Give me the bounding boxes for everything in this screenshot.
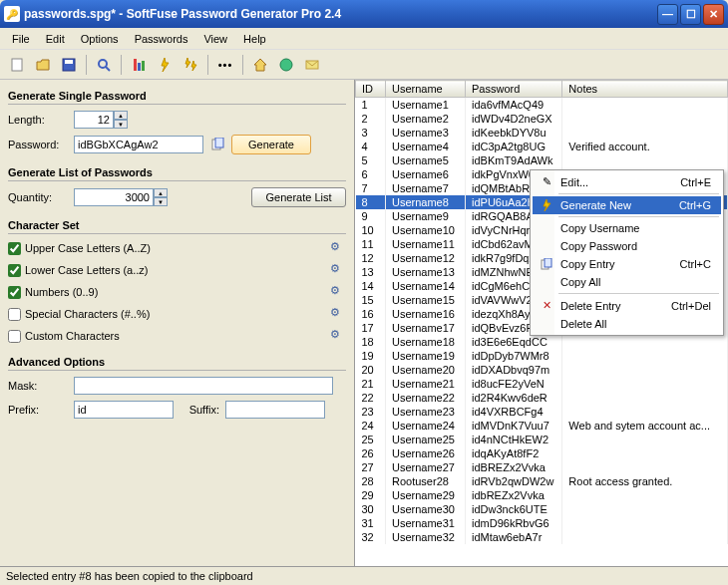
menu-file[interactable]: File	[4, 31, 38, 47]
svg-rect-11	[215, 138, 223, 147]
gear-icon[interactable]: ⚙	[330, 306, 346, 322]
table-row[interactable]: 20Username20idDXADbvq97m	[356, 363, 728, 377]
cm-copy-password[interactable]: Copy Password	[533, 237, 721, 255]
table-row[interactable]: 28Rootuser28idRVb2qwDW2wRoot access gran…	[356, 474, 728, 488]
svg-rect-2	[65, 60, 73, 64]
table-row[interactable]: 26Username26idqAKyAt8fF2	[356, 446, 728, 460]
generate-button[interactable]: Generate	[231, 135, 311, 154]
menu-options[interactable]: Options	[73, 31, 127, 47]
minimize-button[interactable]: —	[657, 4, 678, 25]
numbers-checkbox[interactable]	[8, 286, 21, 299]
svg-rect-6	[138, 63, 141, 71]
table-row[interactable]: 3Username3idKeebkDYV8u	[356, 126, 728, 140]
table-row[interactable]: 30Username30idDw3nck6UTE	[356, 502, 728, 516]
length-down[interactable]: ▼	[114, 120, 128, 129]
svg-rect-5	[134, 59, 137, 71]
length-up[interactable]: ▲	[114, 111, 128, 120]
column-password[interactable]: Password	[466, 81, 562, 98]
new-icon[interactable]	[6, 54, 28, 76]
cm-delete-all[interactable]: Delete All	[533, 315, 721, 333]
gear-icon[interactable]: ⚙	[330, 328, 346, 344]
table-row[interactable]: 25Username25id4nNCtHkEW2	[356, 433, 728, 446]
generate-one-icon[interactable]	[154, 54, 176, 76]
table-row[interactable]: 27Username27idBREZx2Vvka	[356, 460, 728, 474]
cm-edit[interactable]: ✎ Edit... Ctrl+E	[533, 172, 721, 191]
mask-input[interactable]	[74, 377, 333, 395]
custom-label: Custom Characters	[25, 330, 120, 342]
mask-label: Mask:	[8, 380, 68, 392]
qty-up[interactable]: ▲	[154, 188, 168, 197]
titlebar: 🔑 passwords.spg* - SoftFuse Password Gen…	[0, 0, 728, 28]
special-checkbox[interactable]	[8, 308, 21, 321]
prefix-label: Prefix:	[8, 404, 68, 416]
quantity-label: Quantity:	[8, 191, 68, 203]
prefix-input[interactable]	[74, 401, 174, 419]
lower-label: Lower Case Letters (a..z)	[25, 264, 149, 276]
edit-icon: ✎	[537, 175, 556, 188]
gear-icon[interactable]: ⚙	[330, 240, 346, 256]
copy-icon[interactable]	[209, 137, 225, 152]
gear-icon[interactable]: ⚙	[330, 284, 346, 300]
table-row[interactable]: 4Username4idC3pA2tg8UGVerified account.	[356, 140, 728, 153]
table-row[interactable]: 2Username2idWDv4D2neGX	[356, 112, 728, 126]
close-button[interactable]: ✕	[703, 4, 724, 25]
mask-icon[interactable]: •••	[214, 54, 236, 76]
upper-checkbox[interactable]	[8, 242, 21, 255]
advanced-header: Advanced Options	[8, 350, 346, 371]
special-label: Special Characters (#..%)	[25, 308, 150, 320]
cm-copy-all[interactable]: Copy All	[533, 273, 721, 291]
table-row[interactable]: 32Username32idMtaw6ebA7r	[356, 530, 728, 544]
generate-list-icon[interactable]	[180, 54, 201, 76]
open-icon[interactable]	[32, 54, 54, 76]
web-icon[interactable]	[275, 54, 297, 76]
table-row[interactable]: 24Username24idMVDnK7Vuu7Web and sytem ac…	[356, 419, 728, 433]
svg-point-8	[280, 59, 292, 71]
column-notes[interactable]: Notes	[562, 81, 728, 98]
table-row[interactable]: 21Username21id8ucFE2yVeN	[356, 377, 728, 391]
sort-icon[interactable]	[128, 54, 150, 76]
left-panel: Generate Single Password Length: ▲▼ Pass…	[0, 80, 354, 566]
table-row[interactable]: 19Username19idDpDyb7WMr8	[356, 349, 728, 363]
password-output[interactable]	[74, 136, 203, 153]
gear-icon[interactable]: ⚙	[330, 262, 346, 278]
table-row[interactable]: 1Username1ida6vfMAcQ49	[356, 98, 728, 113]
table-row[interactable]: 23Username23id4VXRBCFg4	[356, 405, 728, 419]
copy-icon	[537, 258, 556, 270]
table-row[interactable]: 29Username29idbREZx2Vvka	[356, 488, 728, 502]
table-row[interactable]: 31Username31idmD96kRbvG6	[356, 516, 728, 530]
generate-list-button[interactable]: Generate List	[251, 187, 346, 207]
upper-label: Upper Case Letters (A..Z)	[25, 242, 151, 254]
cm-generate-new[interactable]: Generate New Ctrl+G	[533, 196, 721, 214]
search-icon[interactable]	[93, 54, 115, 76]
table-row[interactable]: 22Username22id2R4Kwv6deR	[356, 391, 728, 405]
column-username[interactable]: Username	[386, 81, 466, 98]
length-label: Length:	[8, 114, 68, 126]
toolbar: •••	[0, 50, 728, 80]
table-row[interactable]: 5Username5idBKmT9AdAWk	[356, 153, 728, 167]
cm-delete-entry[interactable]: ✕ Delete Entry Ctrl+Del	[533, 296, 721, 315]
password-table-panel: ID Username Password Notes 1Username1ida…	[354, 80, 728, 566]
table-row[interactable]: 18Username18id3E6e6EqdCC	[356, 335, 728, 349]
save-icon[interactable]	[58, 54, 80, 76]
menu-view[interactable]: View	[195, 31, 235, 47]
column-id[interactable]: ID	[356, 81, 386, 98]
charset-header: Character Set	[8, 213, 346, 234]
length-input[interactable]	[74, 111, 114, 129]
quantity-input[interactable]	[74, 188, 154, 206]
window-title: passwords.spg* - SoftFuse Password Gener…	[24, 7, 657, 21]
suffix-label: Suffix:	[180, 404, 219, 416]
qty-down[interactable]: ▼	[154, 197, 168, 206]
context-menu: ✎ Edit... Ctrl+E Generate New Ctrl+G Cop…	[530, 169, 724, 336]
cm-copy-username[interactable]: Copy Username	[533, 219, 721, 237]
menu-edit[interactable]: Edit	[38, 31, 73, 47]
svg-point-3	[99, 60, 107, 68]
menu-passwords[interactable]: Passwords	[127, 31, 196, 47]
custom-checkbox[interactable]	[8, 330, 21, 343]
mail-icon[interactable]	[301, 54, 323, 76]
lower-checkbox[interactable]	[8, 264, 21, 277]
suffix-input[interactable]	[225, 401, 325, 419]
menu-help[interactable]: Help	[235, 31, 274, 47]
home-icon[interactable]	[249, 54, 271, 76]
maximize-button[interactable]: ☐	[680, 4, 701, 25]
cm-copy-entry[interactable]: Copy Entry Ctrl+C	[533, 255, 721, 273]
